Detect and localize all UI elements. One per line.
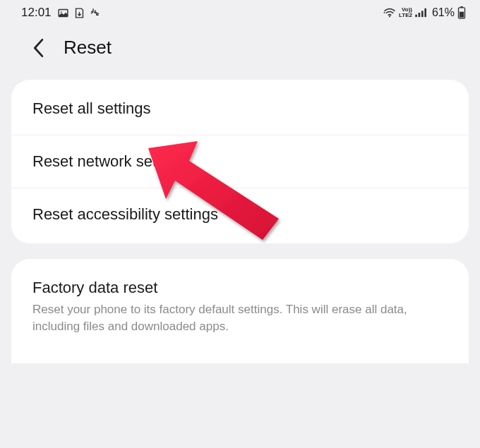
- row-title: Reset all settings: [32, 99, 448, 118]
- row-title: Reset network settings: [32, 152, 448, 171]
- svg-point-2: [389, 16, 390, 17]
- save-card-icon: [73, 7, 85, 19]
- wifi-icon: [383, 8, 396, 18]
- back-button[interactable]: [30, 40, 47, 56]
- row-factory-data-reset[interactable]: Factory data reset Reset your phone to i…: [11, 262, 469, 352]
- svg-rect-5: [421, 11, 424, 17]
- status-icons-left: [57, 7, 102, 19]
- network-label: Vo)) LTE2: [399, 7, 412, 18]
- row-reset-all-settings[interactable]: Reset all settings: [11, 83, 469, 135]
- row-reset-accessibility-settings[interactable]: Reset accessibility settings: [11, 188, 469, 241]
- status-time: 12:01: [21, 6, 52, 20]
- svg-point-1: [60, 11, 61, 13]
- svg-rect-9: [460, 12, 464, 18]
- svg-rect-4: [419, 13, 421, 17]
- page-title: Reset: [64, 37, 112, 59]
- row-title: Reset accessibility settings: [32, 205, 448, 224]
- battery-icon: [457, 6, 466, 19]
- chevron-left-icon: [32, 38, 44, 58]
- status-bar: 12:01 Vo)) LTE2 61%: [0, 0, 480, 23]
- settings-card-factory-reset: Factory data reset Reset your phone to i…: [11, 259, 469, 363]
- settings-card-reset-options: Reset all settings Reset network setting…: [11, 80, 469, 243]
- row-title: Factory data reset: [32, 279, 448, 297]
- status-left: 12:01: [21, 6, 102, 20]
- status-right: Vo)) LTE2 61%: [383, 6, 466, 19]
- picture-icon: [57, 7, 69, 19]
- cast-connect-icon: [90, 7, 102, 19]
- app-bar: Reset: [0, 23, 480, 80]
- svg-rect-3: [415, 15, 417, 18]
- row-subtitle: Reset your phone to its factory default …: [32, 301, 448, 335]
- battery-percent: 61%: [432, 6, 455, 19]
- svg-rect-6: [424, 8, 426, 17]
- signal-icon: [415, 8, 428, 18]
- row-reset-network-settings[interactable]: Reset network settings: [11, 135, 469, 188]
